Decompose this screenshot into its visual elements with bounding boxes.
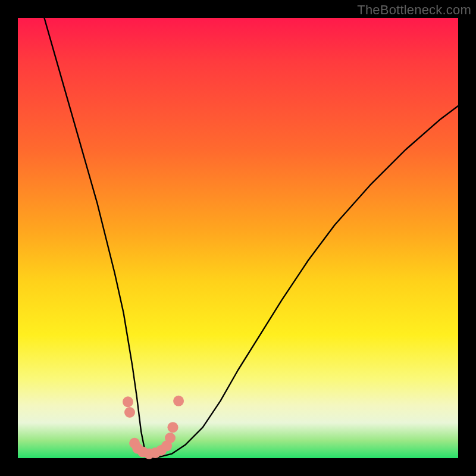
highlight-dot bbox=[173, 396, 184, 406]
highlight-dot bbox=[124, 407, 135, 418]
watermark-text: TheBottleneck.com bbox=[357, 2, 471, 18]
highlight-dot bbox=[168, 422, 178, 433]
highlight-dot bbox=[165, 433, 176, 443]
plot-frame bbox=[18, 18, 458, 458]
bottleneck-curve bbox=[44, 18, 458, 458]
highlight-dot bbox=[123, 396, 133, 407]
plot-svg bbox=[18, 18, 458, 458]
highlight-dots bbox=[123, 396, 184, 459]
